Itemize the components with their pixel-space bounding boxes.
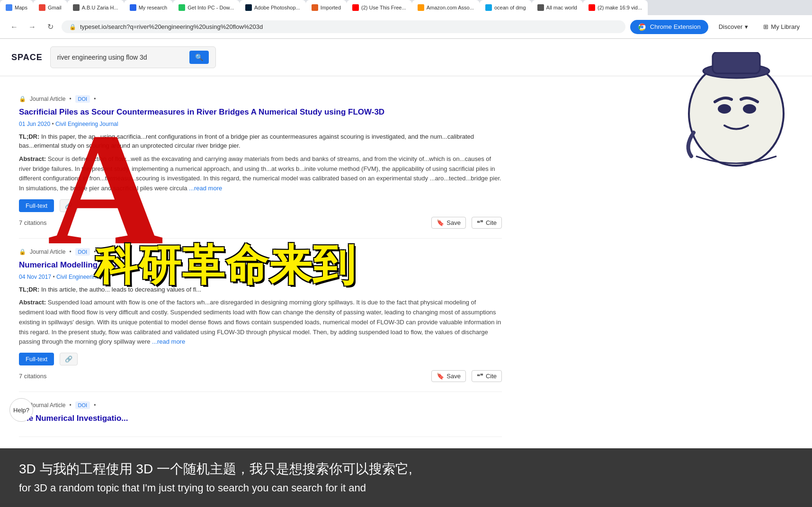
tab-getintopc[interactable]: Get Into PC - Dow... <box>173 0 240 15</box>
back-button[interactable]: ← <box>8 20 21 34</box>
lock-icon-2: 🔒 <box>19 249 26 255</box>
gmail-favicon <box>39 4 45 11</box>
articles-container: 🔒 Journal Article • DOI • Sacrificial Pi… <box>0 76 521 446</box>
footer-actions-1: 🔖 Save ❝❞ Cite <box>431 217 502 229</box>
tab-myresearch[interactable]: My research <box>124 0 173 15</box>
tab-abu-label: A.B.U Zaria H... <box>82 5 118 10</box>
youtube2-favicon <box>589 4 595 11</box>
tab-amazon[interactable]: Amazon.com Asso... <box>412 0 480 15</box>
imported-favicon <box>312 4 318 11</box>
address-bar: ← → ↻ 🔒 typeset.io/search?q=river%20engi… <box>0 15 812 39</box>
search-button[interactable]: 🔍 <box>189 51 209 64</box>
footer-actions-2: 🔖 Save ❝❞ Cite <box>431 370 502 382</box>
tab-allmac-label: All mac world <box>546 5 577 10</box>
tab-allmac[interactable]: All mac world <box>532 0 583 15</box>
tab-youtube1[interactable]: (2) Use This Free... <box>347 0 412 15</box>
article-footer-2: 7 citations 🔖 Save ❝❞ Cite <box>19 370 502 382</box>
doi-badge-1: DOI <box>75 95 90 103</box>
save-button-1[interactable]: 🔖 Save <box>431 217 466 229</box>
tab-ocean-label: ocean of dmg <box>494 5 526 10</box>
grid-icon: ⊞ <box>763 23 768 30</box>
tab-youtube1-label: (2) Use This Free... <box>361 5 406 10</box>
page-wrapper: SPACE 🔍 🔒 Journal Article • DOI • Sacrif… <box>0 39 812 503</box>
search-input[interactable] <box>57 53 185 61</box>
tab-ocean[interactable]: ocean of dmg <box>480 0 532 15</box>
search-bar: 🔍 <box>50 46 216 68</box>
article-card-3: 🔒 Journal Article • DOI • The Numerical … <box>19 392 502 437</box>
citations-1: 7 citations <box>19 219 47 226</box>
cite-button-2[interactable]: ❝❞ Cite <box>472 370 502 382</box>
amazon-favicon <box>418 4 424 11</box>
cite-button-1[interactable]: ❝❞ Cite <box>472 217 502 229</box>
tab-youtube2[interactable]: (2) make 16:9 vid... <box>583 0 648 15</box>
article-tldr-1: TL;DR: In this paper, the ap...using sac… <box>19 132 502 151</box>
myresearch-favicon <box>130 4 136 11</box>
article-title-3[interactable]: The Numerical Investigatio... <box>19 413 502 424</box>
allmac-favicon <box>537 4 544 11</box>
ocean-favicon <box>485 4 492 11</box>
url-text: typeset.io/search?q=river%20engineering%… <box>80 23 618 30</box>
article-meta-2: 🔒 Journal Article • DOI • <box>19 248 502 256</box>
discover-label: Discover <box>719 23 743 30</box>
forward-button[interactable]: → <box>26 20 39 34</box>
article-actions-2: Full-text 🔗 <box>19 353 502 365</box>
citations-2: 7 citations <box>19 373 47 380</box>
tab-strip: Maps Gmail A.B.U Zaria H... My research … <box>0 0 812 15</box>
tab-abu[interactable]: A.B.U Zaria H... <box>67 0 124 15</box>
tab-imported[interactable]: Imported <box>306 0 347 15</box>
article-footer-1: 7 citations 🔖 Save ❝❞ Cite <box>19 217 502 229</box>
abu-favicon <box>73 4 80 11</box>
tab-maps[interactable]: Maps <box>0 0 33 15</box>
my-library-button[interactable]: ⊞ My Library <box>758 20 804 33</box>
lock-icon-3: 🔒 <box>19 402 26 409</box>
maps-favicon <box>6 4 12 11</box>
article-meta-1: 🔒 Journal Article • DOI • <box>19 95 502 103</box>
doi-badge-2: DOI <box>75 248 90 256</box>
article-type-2: Journal Article <box>30 249 65 255</box>
tab-gmail[interactable]: Gmail <box>33 0 67 15</box>
tab-photoshop-label: Adobe Photoshop... <box>254 5 300 10</box>
article-type-3: Journal Article <box>30 402 65 409</box>
read-more-1[interactable]: ...read more <box>189 185 222 192</box>
discover-button[interactable]: Discover ▾ <box>714 20 753 33</box>
getintopc-favicon <box>178 4 185 11</box>
article-card-2: 🔒 Journal Article • DOI • Numerical Mode… <box>19 239 502 392</box>
article-actions-1: Full-text 🔗 <box>19 199 502 212</box>
tab-youtube2-label: (2) make 16:9 vid... <box>598 5 642 10</box>
article-date-1: 01 Jun 2020 • Civil Engineering Journal <box>19 121 502 127</box>
tab-imported-label: Imported <box>321 5 341 10</box>
reload-button[interactable]: ↻ <box>44 20 57 34</box>
chrome-logo-icon <box>638 23 646 31</box>
read-more-2[interactable]: ...read more <box>152 338 185 345</box>
browser-chrome: Maps Gmail A.B.U Zaria H... My research … <box>0 0 812 39</box>
photoshop-favicon <box>245 4 252 11</box>
youtube1-favicon <box>352 4 359 11</box>
site-header: SPACE 🔍 <box>0 39 812 76</box>
article-meta-3: 🔒 Journal Article • DOI • <box>19 401 502 409</box>
quote-icon-2: ❝❞ <box>477 373 483 380</box>
chrome-extension-button[interactable]: Chrome Extension <box>630 20 708 34</box>
article-type-1: Journal Article <box>30 96 65 102</box>
tab-photoshop[interactable]: Adobe Photoshop... <box>240 0 306 15</box>
article-title-1[interactable]: Sacrificial Piles as Scour Countermeasur… <box>19 107 502 118</box>
quote-icon-1: ❝❞ <box>477 219 483 226</box>
toolbar-right: Chrome Extension Discover ▾ ⊞ My Library <box>630 20 804 34</box>
discover-chevron-icon: ▾ <box>745 23 748 30</box>
address-input[interactable]: 🔒 typeset.io/search?q=river%20engineerin… <box>62 20 625 33</box>
tab-getintopc-label: Get Into PC - Dow... <box>187 5 234 10</box>
bookmark-icon-2: 🔖 <box>437 373 444 380</box>
article-abstract-2: Abstract: Suspended load amount with flo… <box>19 298 502 347</box>
tab-maps-label: Maps <box>15 5 27 10</box>
article-tldr-2: TL;DR: In this article, the autho... lea… <box>19 285 502 294</box>
tab-gmail-label: Gmail <box>48 5 62 10</box>
chrome-ext-label: Chrome Extension <box>650 23 701 30</box>
link-icon-button-1[interactable]: 🔗 <box>60 199 78 212</box>
article-title-2[interactable]: Numerical Modelling of Fl... <box>19 259 502 271</box>
lock-icon-1: 🔒 <box>19 96 26 102</box>
save-button-2[interactable]: 🔖 Save <box>431 370 466 382</box>
lock-icon: 🔒 <box>69 24 76 30</box>
tab-myresearch-label: My research <box>139 5 168 10</box>
fulltext-button-1[interactable]: Full-text <box>19 199 54 212</box>
link-icon-button-2[interactable]: 🔗 <box>60 353 78 365</box>
fulltext-button-2[interactable]: Full-text <box>19 353 54 365</box>
